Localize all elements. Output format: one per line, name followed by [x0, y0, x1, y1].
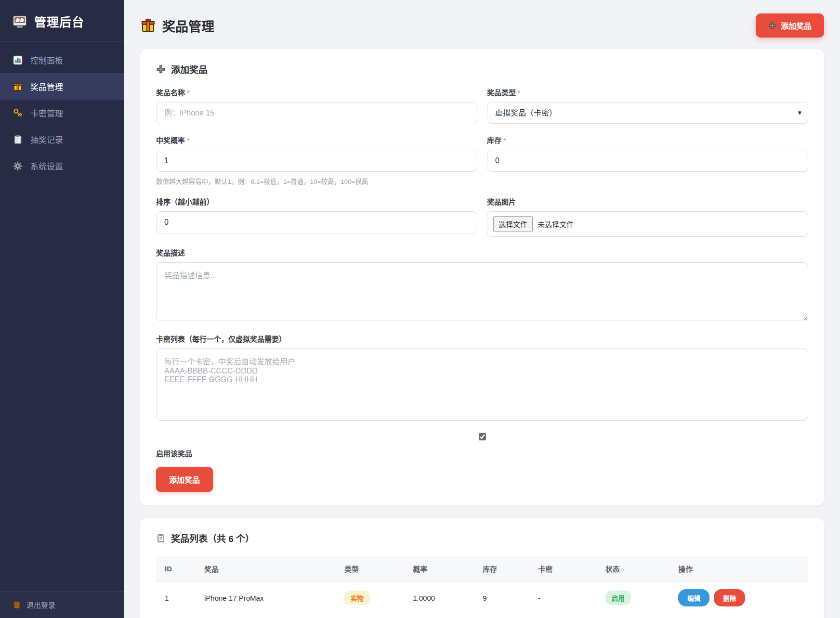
- probability-cell: 1.0000: [407, 582, 477, 614]
- delete-button[interactable]: 删除: [714, 589, 745, 606]
- sort-label: 排序（越小越前）: [156, 198, 214, 206]
- prize-name-cell: 美的电饭锅: [198, 614, 339, 618]
- door-icon: [13, 601, 21, 609]
- sidebar-item-label: 系统设置: [30, 160, 63, 172]
- prize-type-field: 奖品类型* 虚拟奖品（卡密）: [487, 87, 808, 124]
- sidebar-item-label: 卡密管理: [30, 107, 63, 119]
- sidebar-item-cardkeys[interactable]: 卡密管理: [0, 100, 124, 126]
- enable-prize-label: 启用该奖品: [156, 448, 808, 458]
- prize-list-card: 奖品列表（共 6 个） ID奖品类型概率库存卡密状态操作 1iPhone 17 …: [140, 518, 824, 618]
- column-header: 库存: [477, 556, 532, 582]
- logout-label: 退出登录: [26, 600, 55, 610]
- cardkey-cell: -: [532, 582, 599, 614]
- prize-table: ID奖品类型概率库存卡密状态操作 1iPhone 17 ProMax实物1.00…: [156, 556, 808, 618]
- edit-button[interactable]: 编辑: [678, 589, 709, 606]
- gear-icon: [13, 161, 23, 171]
- required-mark: *: [187, 89, 190, 97]
- required-mark: *: [518, 89, 521, 97]
- sort-field: 排序（越小越前）: [156, 196, 477, 233]
- prize-name-label: 奖品名称: [156, 89, 185, 97]
- sidebar-nav: 控制面板奖品管理卡密管理抽奖记录系统设置: [0, 47, 124, 179]
- plus-icon: [768, 22, 776, 30]
- prize-image-file-input[interactable]: 选择文件 未选择文件: [487, 211, 808, 237]
- prize-type-label: 奖品类型: [487, 89, 516, 97]
- column-header: 奖品: [198, 556, 339, 582]
- clipboard-icon: [156, 533, 166, 543]
- prize-type-badge: 实物: [344, 591, 370, 605]
- key-icon: [13, 108, 23, 118]
- column-header: 状态: [600, 556, 673, 582]
- prize-table-header: ID奖品类型概率库存卡密状态操作: [156, 556, 808, 582]
- main-content: 奖品管理 添加奖品 添加奖品 奖品名称* 奖品类型* 虚拟奖品（卡密）: [124, 0, 840, 618]
- probability-help-text: 数值越大越容易中，默认1。例：0.1=极低，1=普通，10=较高，100=很高: [156, 176, 477, 186]
- choose-file-button[interactable]: 选择文件: [493, 216, 533, 232]
- status-badge: 启用: [605, 591, 631, 605]
- prize-id-cell: 2: [156, 614, 198, 618]
- prize-type-select[interactable]: 虚拟奖品（卡密）: [487, 102, 808, 124]
- enable-checkbox-row: [156, 433, 808, 442]
- prize-image-label: 奖品图片: [487, 198, 516, 206]
- column-header: 操作: [672, 556, 808, 582]
- column-header: 类型: [339, 556, 407, 582]
- submit-add-prize-button[interactable]: 添加奖品: [156, 467, 213, 492]
- probability-field: 中奖概率* 数值越大越容易中，默认1。例：0.1=极低，1=普通，10=较高，1…: [156, 135, 477, 186]
- clipboard-icon: [13, 134, 23, 145]
- cardkeys-textarea[interactable]: [156, 348, 808, 421]
- description-field: 奖品描述: [156, 247, 808, 323]
- prize-name-input[interactable]: [156, 102, 477, 124]
- cardkeys-field: 卡密列表（每行一个，仅虚拟奖品需要）: [156, 334, 808, 423]
- sidebar-item-settings[interactable]: 系统设置: [0, 153, 124, 179]
- add-prize-card-title: 添加奖品: [156, 63, 808, 76]
- prize-name-cell: iPhone 17 ProMax: [198, 582, 339, 614]
- column-header: 卡密: [532, 556, 599, 582]
- chart-icon: [13, 55, 23, 65]
- gift-icon: [140, 18, 156, 34]
- sidebar-item-records[interactable]: 抽奖记录: [0, 126, 124, 153]
- slot-machine-icon: [12, 13, 28, 29]
- cardkey-cell-text: -: [538, 594, 540, 602]
- stock-label: 库存: [487, 136, 501, 144]
- actions-cell: 编辑删除: [672, 614, 808, 618]
- probability-cell: 1.0000: [407, 614, 477, 618]
- prize-image-field: 奖品图片 选择文件 未选择文件: [487, 196, 808, 237]
- probability-label: 中奖概率: [156, 136, 185, 144]
- column-header: ID: [156, 556, 198, 582]
- stock-cell: 9: [477, 582, 532, 614]
- plus-icon: [156, 64, 166, 74]
- cardkeys-label: 卡密列表（每行一个，仅虚拟奖品需要）: [156, 335, 286, 343]
- sidebar: 管理后台 控制面板奖品管理卡密管理抽奖记录系统设置 退出登录: [0, 0, 124, 618]
- enable-prize-checkbox[interactable]: [479, 433, 486, 440]
- sidebar-item-label: 奖品管理: [30, 80, 63, 92]
- sidebar-item-label: 抽奖记录: [30, 133, 63, 145]
- description-textarea[interactable]: [156, 262, 808, 321]
- stock-input[interactable]: [487, 150, 808, 172]
- sidebar-item-prizes[interactable]: 奖品管理: [0, 73, 124, 100]
- prize-id-cell: 1: [156, 582, 198, 614]
- cardkey-cell: 0 个: [532, 614, 599, 618]
- probability-input[interactable]: [156, 150, 477, 172]
- sidebar-item-label: 控制面板: [30, 54, 63, 66]
- add-prize-card: 添加奖品 奖品名称* 奖品类型* 虚拟奖品（卡密） 中奖概率* 数值越大越容易中…: [140, 49, 824, 505]
- description-label: 奖品描述: [156, 249, 185, 257]
- stock-cell: 10: [477, 614, 532, 618]
- logout-button[interactable]: 退出登录: [0, 591, 124, 618]
- page-header: 奖品管理 添加奖品: [140, 13, 824, 38]
- app-logo: 管理后台: [0, 0, 124, 42]
- sidebar-item-dashboard[interactable]: 控制面板: [0, 47, 124, 73]
- prize-table-row: 2美的电饭锅虚拟1.0000100 个启用编辑删除: [156, 614, 808, 618]
- required-mark: *: [187, 136, 190, 144]
- add-prize-header-button[interactable]: 添加奖品: [756, 13, 824, 38]
- prize-name-field: 奖品名称*: [156, 87, 477, 124]
- column-header: 概率: [407, 556, 477, 582]
- sort-input[interactable]: [156, 211, 477, 233]
- actions-cell: 编辑删除: [672, 582, 808, 614]
- prize-table-row: 1iPhone 17 ProMax实物1.00009-启用编辑删除: [156, 582, 808, 614]
- file-status-text: 未选择文件: [538, 219, 574, 229]
- status-cell: 启用: [600, 582, 673, 614]
- gift-icon: [13, 81, 23, 92]
- page-title: 奖品管理: [140, 16, 214, 35]
- status-cell: 启用: [600, 614, 673, 618]
- prize-list-title: 奖品列表（共 6 个）: [156, 531, 808, 544]
- required-mark: *: [503, 136, 506, 144]
- prize-type-select-wrap: 虚拟奖品（卡密）: [487, 102, 808, 124]
